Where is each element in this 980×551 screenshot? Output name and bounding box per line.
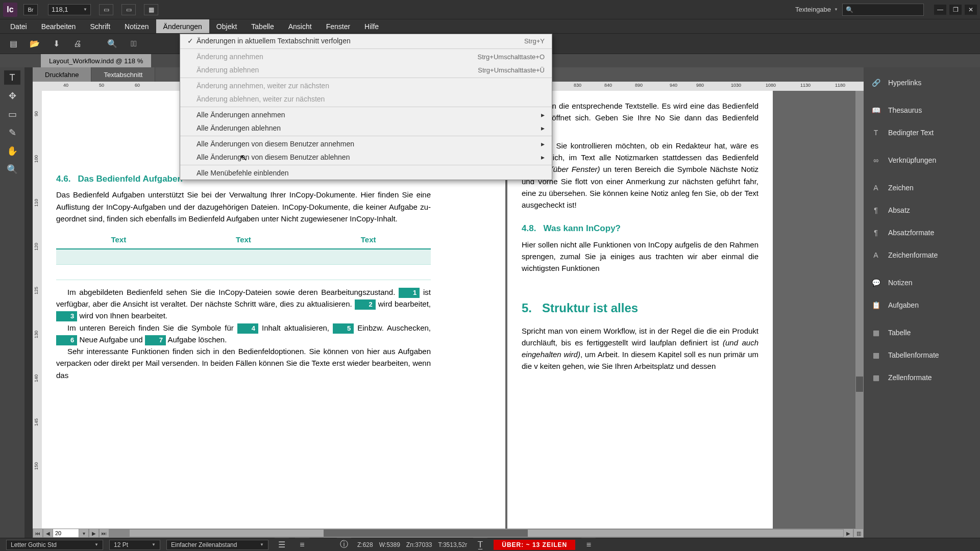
panel-zeichen[interactable]: AZeichen bbox=[864, 177, 980, 199]
table: TextTextText bbox=[56, 231, 431, 280]
panel-tabelle[interactable]: ▦Tabelle bbox=[864, 321, 980, 344]
menu-änderungen[interactable]: Änderungen bbox=[156, 19, 209, 33]
panel-label: Zeichen bbox=[888, 184, 914, 192]
leading-selector[interactable]: Einfacher Zeilenabstand▼ bbox=[166, 540, 268, 550]
menu-notizen[interactable]: Notizen bbox=[117, 19, 156, 33]
document-tab[interactable]: Layout_Workflow.indd @ 118 % bbox=[41, 54, 151, 67]
spellcheck-icon[interactable]: ✔ͣ bbox=[127, 37, 141, 51]
menu-item[interactable]: Alle Änderungen von diesem Benutzer able… bbox=[180, 151, 552, 164]
arrange-tool-2[interactable]: ▭ bbox=[121, 4, 136, 15]
type-tool-icon[interactable]: T bbox=[4, 70, 20, 85]
note-tool-icon[interactable]: ▭ bbox=[4, 107, 20, 121]
menu-bearbeiten[interactable]: Bearbeiten bbox=[34, 19, 83, 33]
panel-verknüpfungen[interactable]: ∞Verknüpfungen bbox=[864, 149, 980, 171]
arrange-tool-1[interactable]: ▭ bbox=[99, 4, 113, 15]
menu-hilfe[interactable]: Hilfe bbox=[357, 19, 386, 33]
new-icon[interactable]: ▤ bbox=[6, 37, 20, 51]
workspace-switcher[interactable]: Texteingabe ▼ bbox=[795, 6, 838, 13]
menu-separator bbox=[180, 136, 552, 136]
bridge-icon[interactable]: Br bbox=[23, 4, 38, 15]
table-header: Text bbox=[56, 231, 181, 249]
panel-label: Zellenformate bbox=[888, 373, 932, 382]
panel-zellenformate[interactable]: ▦Zellenformate bbox=[864, 366, 980, 389]
search-input[interactable]: 🔍 bbox=[842, 4, 924, 16]
menu-tabelle[interactable]: Tabelle bbox=[244, 19, 281, 33]
vertical-scrollbar[interactable] bbox=[855, 91, 864, 529]
menu-fenster[interactable]: Fenster bbox=[319, 19, 357, 33]
horizontal-scrollbar[interactable] bbox=[130, 530, 843, 537]
panel-bedingter text[interactable]: TBedingter Text bbox=[864, 121, 980, 144]
menu-item[interactable]: Alle Änderungen annehmen▸ bbox=[180, 108, 552, 121]
scrollbar-thumb[interactable] bbox=[856, 377, 863, 392]
panel-label: Aufgaben bbox=[888, 301, 919, 309]
menu-item: Änderung annehmenStrg+Umschalttaste+O bbox=[180, 50, 552, 63]
print-icon[interactable]: 🖨 bbox=[70, 37, 85, 51]
marker-4: 4 bbox=[237, 323, 258, 334]
save-icon[interactable]: ⬇ bbox=[49, 37, 63, 51]
last-page-button[interactable]: ⏭ bbox=[100, 529, 109, 537]
menu-item[interactable]: Alle Änderungen von diesem Benutzer anne… bbox=[180, 137, 552, 151]
menu-item[interactable]: Alle Menübefehle einblenden bbox=[180, 166, 552, 180]
menu-item-label: Änderung ablehnen, weiter zur nächsten bbox=[197, 95, 545, 103]
font-size-selector[interactable]: 12 Pt▼ bbox=[109, 540, 160, 550]
panel-label: Thesaurus bbox=[888, 106, 922, 114]
panel-label: Tabelle bbox=[888, 329, 911, 337]
panel-label: Notizen bbox=[888, 279, 912, 287]
minimize-button[interactable]: — bbox=[934, 5, 946, 15]
panel-absatzformate[interactable]: ¶Absatzformate bbox=[864, 221, 980, 244]
zoom-tool-icon[interactable]: 🔍 bbox=[4, 162, 20, 177]
scroll-right-button[interactable]: ▶ bbox=[844, 529, 853, 537]
menu-ansicht[interactable]: Ansicht bbox=[281, 19, 319, 33]
view-tab-1[interactable]: Textabschnitt bbox=[91, 67, 155, 82]
panel-thesaurus[interactable]: 📖Thesaurus bbox=[864, 99, 980, 121]
checkin-icon[interactable]: T̲ bbox=[473, 538, 487, 552]
find-icon[interactable]: 🔍 bbox=[105, 37, 119, 51]
next-page-button[interactable]: ▶ bbox=[89, 529, 99, 537]
view-tab-0[interactable]: Druckfahne bbox=[33, 67, 91, 82]
font-selector[interactable]: Letter Gothic Std▼ bbox=[6, 540, 103, 550]
arrange-tool-3[interactable]: ▦ bbox=[144, 4, 158, 15]
panel-aufgaben[interactable]: 📋Aufgaben bbox=[864, 294, 980, 316]
panel-absatz[interactable]: ¶Absatz bbox=[864, 199, 980, 221]
menubar: DateiBearbeitenSchriftNotizenÄnderungenO… bbox=[0, 19, 980, 34]
panel-notizen[interactable]: 💬Notizen bbox=[864, 271, 980, 294]
panel-zeichenformate[interactable]: AZeichenformate bbox=[864, 244, 980, 266]
page-dropdown[interactable]: ▾ bbox=[79, 529, 88, 537]
menu-item-label: Alle Änderungen annehmen bbox=[197, 111, 541, 119]
heading-num: 4.6. bbox=[56, 174, 70, 184]
body-text: klicken an die entsprechende Textstelle.… bbox=[522, 100, 758, 136]
zoom-level[interactable]: 118,1 ▼ bbox=[48, 4, 91, 15]
menu-objekt[interactable]: Objekt bbox=[209, 19, 244, 33]
split-view-button[interactable]: ▥ bbox=[854, 529, 863, 537]
menu-item[interactable]: Alle Änderungen ablehnen▸ bbox=[180, 121, 552, 135]
align-2-icon[interactable]: ≡ bbox=[295, 538, 309, 552]
prev-page-button[interactable]: ◀ bbox=[43, 529, 53, 537]
menu-icon[interactable]: ≡ bbox=[581, 538, 596, 552]
eyedropper-tool-icon[interactable]: ✎ bbox=[4, 126, 20, 140]
close-button[interactable]: ✕ bbox=[965, 5, 977, 15]
page-number-input[interactable]: 20 bbox=[53, 529, 79, 537]
heading-text: Struktur ist alles bbox=[542, 301, 638, 315]
marker-6: 6 bbox=[56, 335, 77, 345]
menu-item[interactable]: ✓Änderungen in aktuellem Textabschnitt v… bbox=[180, 34, 552, 47]
align-1-icon[interactable]: ☰ bbox=[275, 538, 289, 552]
panel-hyperlinks[interactable]: 🔗Hyperlinks bbox=[864, 71, 980, 94]
first-page-button[interactable]: ⏮ bbox=[33, 529, 42, 537]
move-tool-icon[interactable]: ✥ bbox=[4, 89, 20, 103]
hand-tool-icon[interactable]: ✋ bbox=[4, 144, 20, 158]
scrollbar-thumb[interactable] bbox=[324, 530, 528, 537]
status-zn: Zn:37033 bbox=[406, 541, 432, 548]
zoom-value: 118,1 bbox=[52, 6, 68, 13]
panel-icon: 🔗 bbox=[871, 78, 881, 88]
info-icon[interactable]: ⓘ bbox=[337, 538, 351, 552]
menu-datei[interactable]: Datei bbox=[3, 19, 34, 33]
panel-icon: 📋 bbox=[871, 300, 881, 310]
menu-schrift[interactable]: Schrift bbox=[83, 19, 117, 33]
panel-icon: 💬 bbox=[871, 278, 881, 288]
marker-5: 5 bbox=[333, 323, 354, 334]
maximize-button[interactable]: ❐ bbox=[949, 5, 962, 15]
menu-item-label: Änderung annehmen, weiter zur nächsten bbox=[197, 82, 545, 90]
open-icon[interactable]: 📂 bbox=[28, 37, 42, 51]
panel-tabellenformate[interactable]: ▦Tabellenformate bbox=[864, 344, 980, 366]
submenu-arrow-icon: ▸ bbox=[541, 124, 545, 132]
